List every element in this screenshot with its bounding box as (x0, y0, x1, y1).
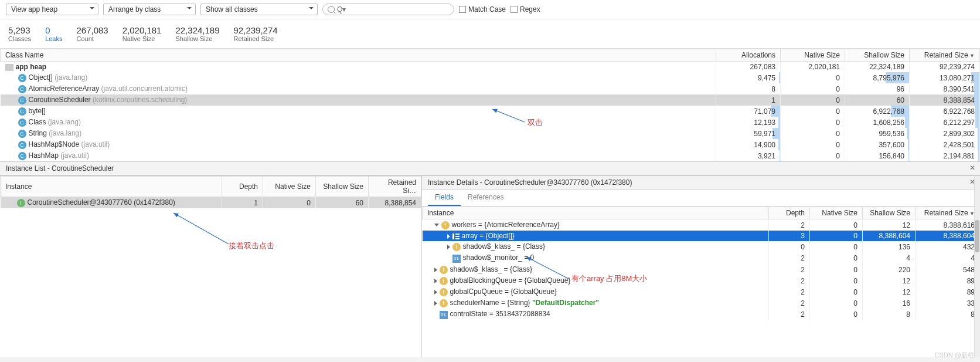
match-case-checkbox[interactable]: Match Case (459, 5, 506, 13)
il-col-native[interactable]: Native Size (263, 177, 316, 197)
chevron-right-icon[interactable] (447, 234, 450, 239)
il-col-depth[interactable]: Depth (222, 177, 263, 197)
table-row[interactable]: fshadow$_klass_ = {Class} 20220548 (423, 264, 980, 275)
table-row[interactable]: ICoroutineScheduler@343077760 (0x1472f38… (1, 197, 421, 209)
col-native[interactable]: Native Size (781, 49, 845, 62)
chevron-right-icon[interactable] (434, 301, 437, 306)
class-icon: C (18, 141, 26, 149)
match-case-label: Match Case (468, 5, 506, 13)
table-row[interactable]: app heap267,0832,020,18122,324,18992,239… (1, 62, 980, 73)
instance-list-table: Instance Depth Native Size Shallow Size … (0, 176, 421, 208)
class-icon: C (18, 107, 26, 116)
chevron-right-icon[interactable] (447, 245, 450, 249)
table-row[interactable]: Cbyte[] 71,079 0 6,922,768 6,922,768 (1, 106, 980, 117)
table-row[interactable]: 01shadow$_monitor_ = 0 2044 (423, 252, 980, 264)
primitive-icon: 01 (452, 255, 461, 263)
watermark: CSDN @新根 (935, 351, 974, 360)
stat-native-num: 2,020,181 (122, 25, 162, 35)
stat-retained-num: 92,239,274 (234, 25, 278, 35)
table-row[interactable]: CObject[] (java.lang) 9,475 0 8,795,976 … (1, 72, 980, 83)
array-icon (452, 234, 460, 239)
class-icon: C (18, 119, 26, 127)
instance-list-pane: Instance Depth Native Size Shallow Size … (0, 176, 422, 357)
id-col-native[interactable]: Native Size (810, 207, 863, 219)
il-col-inst[interactable]: Instance (1, 177, 222, 197)
il-col-shallow[interactable]: Shallow Size (316, 177, 369, 197)
stats-bar: 5,293Classes 0Leaks 267,083Count 2,020,1… (0, 19, 980, 49)
class-icon: C (18, 85, 26, 93)
stat-shallow-num: 22,324,189 (175, 25, 219, 35)
search-box[interactable] (322, 4, 454, 15)
stat-leaks-lbl[interactable]: Leaks (45, 35, 62, 42)
stat-leaks-num[interactable]: 0 (45, 25, 50, 35)
tab-references[interactable]: References (461, 190, 511, 206)
scrollbar[interactable] (974, 176, 980, 357)
class-icon: C (18, 74, 26, 82)
table-row[interactable]: fworkers = {AtomicReferenceArray} 20128,… (423, 219, 980, 231)
instance-details-header: Instance Details - CoroutineScheduler@34… (422, 176, 980, 190)
field-icon: f (440, 288, 448, 296)
table-row[interactable]: fshadow$_klass_ = {Class} 00136432 (423, 241, 980, 252)
field-icon: f (440, 299, 448, 307)
regex-checkbox[interactable]: Regex (511, 5, 540, 13)
arrange-dropdown[interactable]: Arrange by class (103, 4, 196, 15)
close-icon[interactable]: ✕ (969, 164, 975, 172)
col-classname[interactable]: Class Name (1, 49, 716, 62)
heap-dropdown[interactable]: View app heap (6, 4, 98, 15)
show-dropdown[interactable]: Show all classes (200, 4, 318, 15)
stat-native-lbl: Native Size (122, 35, 155, 42)
chevron-down-icon[interactable] (434, 224, 439, 226)
table-row[interactable]: CCoroutineScheduler (kotlinx.coroutines.… (1, 94, 980, 106)
instance-details-title: Instance Details - CoroutineScheduler@34… (428, 178, 632, 187)
table-row[interactable]: CString (java.lang) 59,971 0 959,536 2,8… (1, 128, 980, 139)
stat-retained-lbl: Retained Size (234, 35, 274, 42)
stat-count-lbl: Count (76, 35, 93, 42)
stat-classes-lbl: Classes (8, 35, 31, 42)
class-icon: C (18, 96, 26, 104)
id-col-retained[interactable]: Retained Size (916, 207, 980, 219)
details-tabs: Fields References (422, 190, 980, 207)
table-row[interactable]: array = {Object[]} 308,388,6048,388,604 (423, 231, 980, 241)
table-row[interactable]: fschedulerName = {String} "DefaultDispat… (423, 297, 980, 309)
id-col-depth[interactable]: Depth (769, 207, 810, 219)
table-row[interactable]: CHashMap (java.util) 3,921 0 156,840 2,1… (1, 150, 980, 161)
instance-list-title: Instance List - CoroutineScheduler (6, 164, 114, 172)
chevron-right-icon[interactable] (434, 290, 437, 295)
id-col-shallow[interactable]: Shallow Size (863, 207, 916, 219)
folder-icon (5, 64, 13, 71)
search-input[interactable] (335, 4, 449, 15)
primitive-icon: 01 (440, 311, 448, 319)
stat-count-num: 267,083 (76, 25, 108, 35)
toolbar: View app heap Arrange by class Show all … (0, 0, 980, 19)
class-table: Class Name Allocations Native Size Shall… (0, 49, 980, 161)
details-table: Instance Depth Native Size Shallow Size … (422, 207, 980, 320)
instance-list-header: Instance List - CoroutineScheduler ✕ (0, 161, 980, 175)
stat-classes-num: 5,293 (8, 25, 30, 35)
col-alloc[interactable]: Allocations (716, 49, 781, 62)
instance-details-pane: Instance Details - CoroutineScheduler@34… (422, 176, 980, 357)
chevron-right-icon[interactable] (434, 279, 437, 283)
stat-shallow-lbl: Shallow Size (175, 35, 212, 42)
table-row[interactable]: 01controlState = 35184372088834 2088 (423, 309, 980, 320)
search-icon (328, 6, 335, 13)
table-row[interactable]: CClass (java.lang) 12,193 0 1,608,256 6,… (1, 117, 980, 128)
table-row[interactable]: CAtomicReferenceArray (java.util.concurr… (1, 83, 980, 94)
table-row[interactable]: fglobalBlockingQueue = {GlobalQueue} 201… (423, 275, 980, 286)
class-icon: C (18, 152, 26, 160)
col-shallow[interactable]: Shallow Size (845, 49, 910, 62)
il-col-retained[interactable]: Retained Si… (369, 177, 421, 197)
col-retained[interactable]: Retained Size (910, 49, 980, 62)
field-icon: f (441, 221, 450, 229)
field-icon: f (440, 277, 448, 285)
tab-fields[interactable]: Fields (428, 190, 461, 206)
field-icon: f (440, 266, 448, 274)
instance-icon: I (17, 199, 25, 207)
table-row[interactable]: CHashMap$Node (java.util) 14,900 0 357,6… (1, 139, 980, 150)
field-icon: f (452, 243, 461, 251)
class-icon: C (18, 130, 26, 138)
table-row[interactable]: fglobalCpuQueue = {GlobalQueue} 201289 (423, 286, 980, 297)
regex-label: Regex (520, 5, 540, 13)
id-col-inst[interactable]: Instance (423, 207, 769, 219)
chevron-right-icon[interactable] (434, 268, 437, 272)
